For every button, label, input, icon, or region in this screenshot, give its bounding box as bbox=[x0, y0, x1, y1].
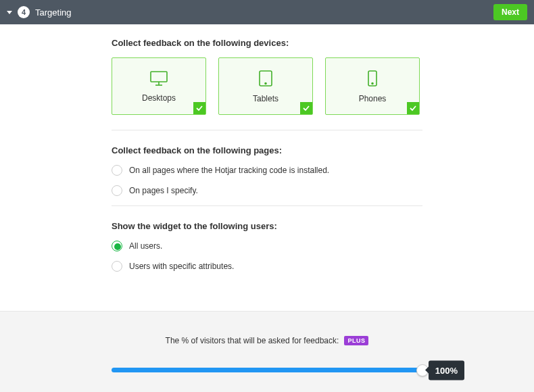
slider-value-tooltip: 100% bbox=[429, 360, 464, 380]
content-area: Collect feedback on the following device… bbox=[0, 24, 534, 281]
next-button[interactable]: Next bbox=[493, 4, 527, 20]
radio-all-users[interactable]: All users. bbox=[112, 241, 422, 251]
step-number-badge: 4 bbox=[18, 6, 30, 18]
footer-slider-section: The % of visitors that will be asked for… bbox=[0, 311, 534, 392]
devices-section: Collect feedback on the following device… bbox=[112, 38, 422, 130]
radio-label: Users with specific attributes. bbox=[129, 262, 234, 271]
chevron-down-icon[interactable] bbox=[7, 11, 12, 14]
device-option-desktops[interactable]: Desktops bbox=[112, 57, 206, 115]
radio-specific-pages[interactable]: On pages I specify. bbox=[112, 185, 422, 196]
slider-title-row: The % of visitors that will be asked for… bbox=[166, 336, 369, 345]
users-title: Show the widget to the following users: bbox=[112, 221, 422, 231]
radio-icon bbox=[112, 261, 122, 272]
devices-title: Collect feedback on the following device… bbox=[112, 38, 422, 48]
percentage-slider[interactable]: 100% bbox=[112, 360, 422, 381]
step-header: 4 Targeting Next bbox=[0, 0, 534, 24]
check-icon bbox=[407, 102, 419, 114]
divider bbox=[112, 205, 422, 206]
check-icon bbox=[300, 102, 312, 114]
radio-all-pages[interactable]: On all pages where the Hotjar tracking c… bbox=[112, 165, 422, 176]
device-label: Desktops bbox=[142, 93, 176, 103]
plus-badge: PLUS bbox=[344, 336, 368, 345]
radio-label: On all pages where the Hotjar tracking c… bbox=[129, 166, 329, 175]
page-title: Targeting bbox=[35, 7, 71, 18]
radio-icon bbox=[112, 185, 122, 196]
svg-point-4 bbox=[265, 82, 266, 84]
divider bbox=[112, 130, 422, 130]
radio-specific-users[interactable]: Users with specific attributes. bbox=[112, 261, 422, 272]
users-section: Show the widget to the following users: … bbox=[112, 221, 422, 272]
slider-track bbox=[112, 368, 422, 372]
radio-label: On pages I specify. bbox=[129, 186, 198, 195]
device-label: Tablets bbox=[253, 94, 278, 103]
radio-icon bbox=[112, 165, 122, 176]
svg-point-6 bbox=[372, 82, 373, 84]
header-left: 4 Targeting bbox=[7, 6, 71, 18]
slider-title: The % of visitors that will be asked for… bbox=[166, 336, 339, 345]
radio-icon bbox=[112, 241, 122, 251]
svg-rect-0 bbox=[151, 72, 167, 82]
desktop-icon bbox=[149, 70, 168, 89]
tablet-icon bbox=[258, 70, 273, 90]
pages-section: Collect feedback on the following pages:… bbox=[112, 145, 422, 206]
pages-title: Collect feedback on the following pages: bbox=[112, 145, 422, 155]
device-option-phones[interactable]: Phones bbox=[325, 57, 420, 115]
phone-icon bbox=[367, 70, 378, 90]
check-icon bbox=[193, 102, 205, 114]
device-label: Phones bbox=[359, 94, 387, 103]
device-options: Desktops Tablets bbox=[112, 57, 422, 115]
device-option-tablets[interactable]: Tablets bbox=[218, 57, 313, 115]
radio-label: All users. bbox=[129, 241, 162, 251]
